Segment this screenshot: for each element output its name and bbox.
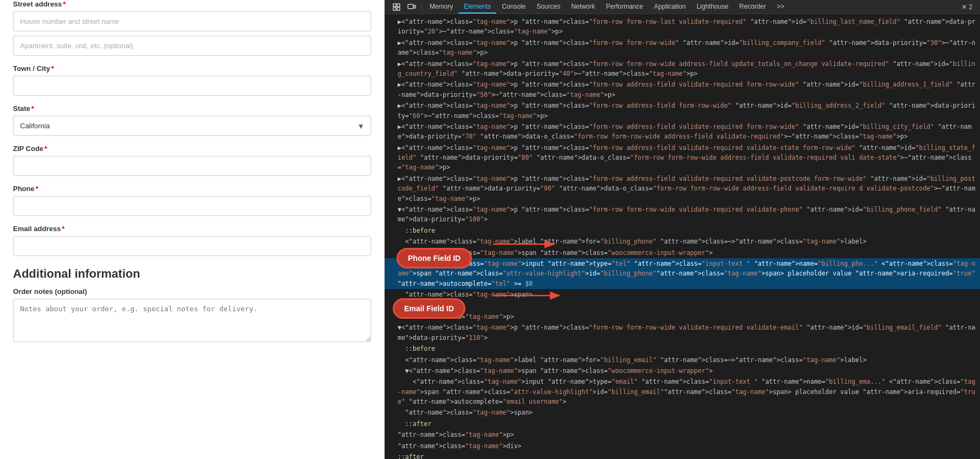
svg-rect-1	[397, 4, 400, 6]
devtools-toolbar: Memory Elements Console Sources Network …	[385, 0, 980, 14]
email-arrow	[493, 287, 563, 304]
device-toggle-btn[interactable]	[404, 2, 419, 12]
tab-network[interactable]: Network	[566, 0, 600, 14]
tab-console[interactable]: Console	[496, 0, 531, 14]
code-line[interactable]: ▶<"attr-name">class="tag-name">p "attr-n…	[385, 173, 980, 204]
code-line[interactable]: ::before	[385, 225, 980, 236]
devtools-content-wrapper: ▶<"attr-name">class="tag-name">p "attr-n…	[385, 14, 980, 459]
tab-sources[interactable]: Sources	[531, 0, 566, 14]
order-notes-label: Order notes (optional)	[13, 287, 371, 296]
phone-group: Phone*	[13, 185, 371, 216]
toolbar-divider	[421, 3, 422, 11]
zip-code-label: ZIP Code*	[13, 145, 371, 153]
street-address-label: Street address*	[13, 0, 371, 8]
email-group: Email address*	[13, 225, 371, 256]
tab-recorder[interactable]: Recorder	[734, 0, 771, 14]
email-field-id-badge: Email Field ID	[393, 298, 465, 319]
code-line[interactable]: "attr-name">class="tag-name">span>	[385, 289, 980, 300]
code-line[interactable]: ::after	[385, 300, 980, 311]
svg-rect-2	[393, 8, 396, 10]
inspect-icon-btn[interactable]	[389, 2, 404, 12]
code-line[interactable]: "attr-name">class="tag-name">p>	[385, 429, 980, 440]
code-line[interactable]: <"attr-name">class="tag-name">label "att…	[385, 355, 980, 365]
code-line[interactable]: ::after	[385, 418, 980, 429]
phone-field-id-badge: Phone Field ID	[397, 248, 472, 268]
code-line[interactable]: ▶<"attr-name">class="tag-name">p "attr-n…	[385, 142, 980, 173]
town-city-group: Town / City*	[13, 64, 371, 96]
street-address-group: Street address*	[13, 0, 371, 56]
tab-application[interactable]: Application	[648, 0, 691, 14]
code-line[interactable]: "attr-name">class="tag-name">div>	[385, 441, 980, 451]
phone-label: Phone*	[13, 185, 371, 193]
code-line[interactable]: ▶<"attr-name">class="tag-name">p "attr-n…	[385, 121, 980, 142]
email-label: Email address*	[13, 225, 371, 233]
code-line[interactable]: ▼<"attr-name">class="tag-name">p "attr-n…	[385, 204, 980, 225]
additional-info-title: Additional information	[13, 267, 371, 281]
code-line[interactable]: <"attr-name">class="tag-name">input "att…	[385, 258, 980, 289]
code-line[interactable]: "attr-name">class="tag-name">span>	[385, 407, 980, 418]
code-line[interactable]: ▶<"attr-name">class="tag-name">p "attr-n…	[385, 79, 980, 100]
code-line[interactable]: ▼<"attr-name">class="tag-name">span "att…	[385, 247, 980, 258]
street-address-input-2[interactable]	[13, 36, 371, 56]
town-city-label: Town / City*	[13, 64, 371, 73]
form-panel: Street address* Town / City* State* Alab…	[0, 0, 385, 459]
street-address-input-1[interactable]	[13, 11, 371, 31]
state-label: State*	[13, 104, 371, 113]
town-city-input[interactable]	[13, 76, 371, 96]
code-line[interactable]: ::after	[385, 451, 980, 459]
state-group: State* AlabamaAlaskaArizonaArkansasCalif…	[13, 104, 371, 136]
svg-rect-0	[393, 4, 396, 6]
email-input[interactable]	[13, 236, 371, 256]
zip-code-group: ZIP Code*	[13, 145, 371, 176]
devtools-code-view[interactable]: ▶<"attr-name">class="tag-name">p "attr-n…	[385, 14, 980, 459]
code-line[interactable]: <"attr-name">class="tag-name">input "att…	[385, 376, 980, 407]
zip-code-input[interactable]	[13, 156, 371, 176]
code-line[interactable]: ::before	[385, 343, 980, 354]
code-line[interactable]: ▶<"attr-name">class="tag-name">p "attr-n…	[385, 16, 980, 37]
devtools-panel: Memory Elements Console Sources Network …	[385, 0, 980, 459]
code-line[interactable]: ▼<"attr-name">class="tag-name">span "att…	[385, 365, 980, 376]
phone-input[interactable]	[13, 196, 371, 216]
code-line[interactable]: <"attr-name">class="tag-name">label "att…	[385, 236, 980, 247]
tab-more[interactable]: >>	[771, 0, 790, 14]
tab-lighthouse[interactable]: Lighthouse	[691, 0, 734, 14]
order-notes-group: Order notes (optional)	[13, 287, 371, 344]
state-select[interactable]: AlabamaAlaskaArizonaArkansasCaliforniaCo…	[13, 116, 371, 136]
code-line[interactable]: ▼<"attr-name">class="tag-name">p "attr-n…	[385, 322, 980, 343]
tab-memory[interactable]: Memory	[424, 0, 458, 14]
devtools-close-btn[interactable]: ✕ 2	[958, 2, 976, 12]
code-line[interactable]: ▶<"attr-name">class="tag-name">p "attr-n…	[385, 58, 980, 80]
code-line[interactable]: "attr-name">class="tag-name">p>	[385, 311, 980, 322]
tab-performance[interactable]: Performance	[600, 0, 648, 14]
svg-rect-4	[408, 4, 413, 9]
code-line[interactable]: ▶<"attr-name">class="tag-name">p "attr-n…	[385, 100, 980, 121]
phone-arrow	[493, 236, 558, 252]
code-line[interactable]: ▶<"attr-name">class="tag-name">p "attr-n…	[385, 37, 980, 58]
order-notes-input[interactable]	[13, 299, 371, 342]
state-select-wrapper: AlabamaAlaskaArizonaArkansasCaliforniaCo…	[13, 116, 371, 136]
tab-elements[interactable]: Elements	[458, 0, 496, 14]
svg-rect-5	[414, 5, 416, 8]
svg-rect-3	[397, 8, 400, 10]
